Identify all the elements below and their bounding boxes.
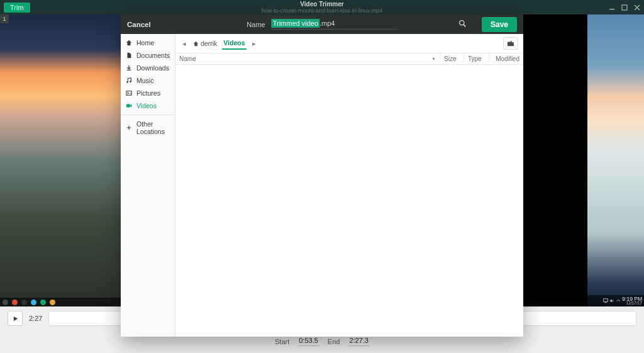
svg-rect-12 (510, 42, 513, 42)
filename-ext: .mp4 (319, 20, 335, 27)
filename-input-selected[interactable]: Trimmed video (272, 19, 319, 28)
svg-point-6 (126, 81, 128, 83)
taskbar-icon[interactable] (50, 300, 55, 305)
tray-clock[interactable]: 9:19 PM 12/17/17 (622, 296, 642, 306)
tray-monitor-icon[interactable] (603, 298, 608, 303)
plus-icon (126, 125, 132, 131)
titlebar: Trim Video Trimmer how-to-create-mount-a… (0, 0, 644, 14)
video-icon (126, 103, 132, 109)
tray-volume-icon[interactable] (609, 298, 614, 303)
sidebar-item-label: Downloads (136, 64, 169, 72)
svg-rect-3 (605, 302, 607, 303)
window-controls (609, 4, 640, 11)
sidebar-item-label: Other Locations (136, 120, 170, 135)
save-button[interactable]: Save (482, 17, 517, 32)
sidebar-item-documents[interactable]: Documents (121, 49, 175, 62)
play-button[interactable] (8, 311, 23, 326)
sidebar-item-downloads[interactable]: Downloads (121, 62, 175, 74)
column-headers: Name ▼ Size Type Modified (175, 53, 523, 65)
sidebar-item-home[interactable]: Home (121, 36, 175, 49)
tray-chevron-up-icon[interactable] (616, 298, 621, 303)
music-icon (126, 77, 132, 84)
sidebar-item-videos[interactable]: Videos (121, 99, 175, 112)
taskbar-left (0, 298, 121, 306)
column-name-label: Name (179, 55, 196, 62)
svg-line-5 (464, 25, 465, 26)
picture-icon (126, 90, 132, 96)
filename-input-wrap[interactable]: Trimmed video.mp4 (272, 19, 397, 30)
sidebar-item-label: Videos (136, 102, 157, 109)
column-name[interactable]: Name ▼ (175, 53, 440, 64)
new-folder-icon (507, 40, 514, 47)
sidebar-item-label: Music (136, 77, 153, 84)
column-modified[interactable]: Modified (489, 53, 523, 64)
file-pane: ◂ derrik Videos ▸ Name ▼ Size Type Modif (175, 34, 523, 337)
svg-rect-10 (126, 104, 130, 108)
tray-icons (603, 298, 621, 303)
maximize-icon[interactable] (621, 4, 628, 11)
nav-back-icon[interactable]: ◂ (180, 40, 188, 48)
taskbar-icon[interactable] (31, 300, 36, 305)
taskbar-right: 9:19 PM 12/17/17 (587, 295, 644, 306)
places-sidebar: Home Documents Downloads Music Pictures … (121, 34, 175, 337)
home-icon (193, 41, 199, 47)
new-folder-button[interactable] (503, 37, 518, 50)
dialog-header: Cancel Name Trimmed video.mp4 Save (121, 14, 523, 34)
download-icon (126, 65, 132, 71)
search-icon[interactable] (458, 19, 467, 30)
breadcrumb-user[interactable]: derrik (192, 38, 218, 49)
sort-desc-icon: ▼ (431, 57, 436, 61)
app-title: Video Trimmer (262, 1, 383, 8)
column-size[interactable]: Size (440, 53, 464, 64)
wallpaper-left: 1 (0, 14, 121, 306)
filename-group: Name Trimmed video.mp4 (247, 19, 397, 30)
sidebar-item-label: Pictures (136, 89, 160, 97)
range-end-value[interactable]: 2:27.3 (348, 337, 369, 346)
svg-rect-0 (609, 9, 614, 9)
close-icon[interactable] (634, 4, 640, 11)
taskbar-icon[interactable] (21, 300, 27, 305)
sidebar-item-other-locations[interactable]: Other Locations (121, 118, 175, 138)
sidebar-item-pictures[interactable]: Pictures (121, 87, 175, 99)
clock-date: 12/17/17 (622, 301, 642, 306)
sidebar-separator (121, 115, 175, 115)
dialog-body: Home Documents Downloads Music Pictures … (121, 34, 523, 337)
range-start-label: Start (275, 338, 289, 345)
taskbar-icon[interactable] (3, 300, 8, 305)
titlebar-center: Video Trimmer how-to-create-mount-and-bu… (262, 1, 383, 14)
play-icon (13, 316, 18, 322)
column-type[interactable]: Type (464, 53, 489, 64)
trim-button[interactable]: Trim (4, 3, 30, 13)
range-end-label: End (328, 338, 340, 345)
breadcrumb: ◂ derrik Videos ▸ (175, 34, 523, 53)
sidebar-item-label: Documents (136, 52, 170, 59)
taskbar-icon[interactable] (12, 300, 18, 305)
loaded-file-name: how-to-create-mount-and-burn-isos-in-lin… (262, 8, 383, 14)
svg-rect-1 (622, 5, 627, 10)
cancel-button[interactable]: Cancel (127, 21, 151, 28)
taskbar-icon[interactable] (40, 300, 46, 305)
save-dialog: Cancel Name Trimmed video.mp4 Save Home … (121, 14, 523, 337)
sidebar-item-music[interactable]: Music (121, 74, 175, 87)
file-listing[interactable] (175, 65, 523, 337)
file-icon (126, 52, 132, 59)
name-label: Name (247, 21, 265, 28)
wallpaper-right: 9:19 PM 12/17/17 (587, 14, 644, 306)
workspace-indicator[interactable]: 1 (0, 14, 9, 23)
breadcrumb-label: derrik (201, 40, 217, 47)
svg-point-4 (460, 20, 464, 25)
svg-rect-2 (604, 299, 608, 302)
range-start-value[interactable]: 0:53.5 (298, 337, 319, 346)
svg-point-7 (130, 81, 131, 82)
nav-forward-icon[interactable]: ▸ (250, 40, 258, 48)
minimize-icon[interactable] (609, 4, 615, 11)
sidebar-item-label: Home (136, 39, 154, 47)
breadcrumb-current[interactable]: Videos (222, 37, 246, 50)
home-icon (126, 40, 132, 46)
playback-time: 2:27 (29, 315, 42, 322)
